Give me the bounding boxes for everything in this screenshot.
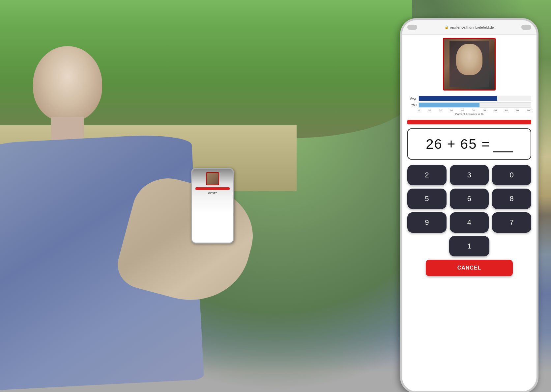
chart-bar-avg [419,96,497,101]
phone-mockup: 🔒 resilience.tf.uni-bielefeld.de [400,18,538,392]
phone-in-hand-screen: 26+65= [192,169,233,243]
question-box: 26 + 65 = [407,128,531,160]
chart-row-you: You [407,102,531,108]
chart-avg-label: Avg. [407,97,417,100]
phone-mini-face [206,172,219,185]
face-preview [443,38,496,91]
numpad-btn-2[interactable]: 2 [407,165,447,185]
phone-screen: Avg. You 0 10 20 [402,35,536,391]
phone-mini-bar [195,187,230,190]
numpad-btn-8[interactable]: 8 [492,189,531,209]
phone-in-hand: 26+65= [191,168,234,244]
chart-bar-you [419,103,479,107]
url-bar: 🔒 resilience.tf.uni-bielefeld.de [445,25,494,29]
phone-address-bar: 🔒 resilience.tf.uni-bielefeld.de [402,20,536,35]
numpad-btn-0[interactable]: 0 [492,165,531,185]
numpad-btn-5[interactable]: 5 [407,189,447,209]
chart-you-label: You [407,103,417,107]
phone-mini-text: 26+65= [208,191,217,194]
chart-x-axis: 0 10 20 30 40 50 60 70 80 90 100 [407,109,531,112]
question-text: 26 + 65 = [426,136,490,152]
answer-blanks [493,136,513,152]
phone-notch-right [521,25,531,30]
numpad-btn-4[interactable]: 4 [450,212,489,233]
numpad-btn-1[interactable]: 1 [449,236,489,256]
numpad-btn-9[interactable]: 9 [407,212,447,233]
face-preview-inner [444,39,495,90]
cancel-button[interactable]: CANCEL [426,260,512,276]
chart-row-avg: Avg. [407,96,531,101]
chart-bar-you-container [419,102,531,108]
timer-bar [407,120,531,124]
person-head [33,46,102,122]
numpad-btn-7[interactable]: 7 [492,212,531,233]
chart-x-title: Correct Answers in % [407,113,531,116]
numpad[interactable]: 2 3 0 5 6 8 9 4 7 [407,165,531,233]
lock-icon: 🔒 [445,25,449,29]
url-text: resilience.tf.uni-bielefeld.de [450,25,494,29]
person-figure [0,20,280,382]
numpad-bottom: 1 CANCEL [407,236,531,276]
scene-container: 26+65= 🔒 resilience.tf.uni-bielefeld.de [0,0,551,392]
phone-notch-left [407,25,417,30]
numpad-btn-3[interactable]: 3 [450,165,489,185]
chart-area: Avg. You 0 10 20 [407,96,531,116]
numpad-btn-6[interactable]: 6 [450,189,489,209]
chart-bar-avg-container [419,96,531,101]
